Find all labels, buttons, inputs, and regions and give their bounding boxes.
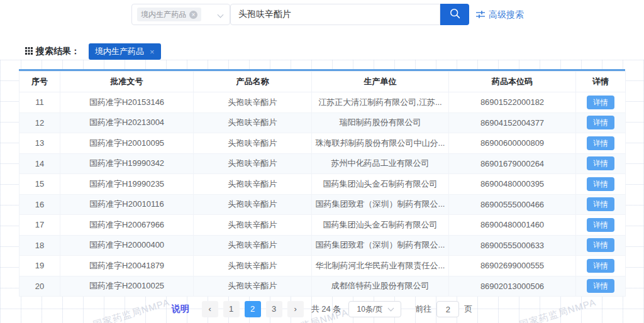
- cell-code: 86902013000506: [449, 276, 576, 297]
- detail-button[interactable]: 详情: [587, 96, 614, 109]
- detail-button[interactable]: 详情: [587, 238, 614, 252]
- detail-button[interactable]: 详情: [587, 197, 614, 211]
- page-size-select[interactable]: 10条/页: [348, 301, 401, 317]
- detail-button[interactable]: 详情: [587, 218, 614, 232]
- results-label: 搜索结果：: [36, 46, 80, 57]
- cell-manufacturer: 国药集团汕头金石制药有限公司: [312, 215, 449, 236]
- category-select[interactable]: 境内生产药品 ×: [131, 4, 230, 25]
- cell-code: 86900555000466: [449, 194, 576, 215]
- cell-code: 86902699000555: [449, 256, 576, 276]
- cell-code: 86900480000395: [449, 174, 576, 195]
- cell-manufacturer: 苏州中化药品工业有限公司: [312, 153, 449, 174]
- cell-manufacturer: 华北制药河北华民药业有限责任公...: [312, 256, 449, 276]
- cell-no: 13: [19, 133, 60, 154]
- cell-product: 头孢呋辛酯片: [194, 256, 312, 276]
- page-button-1[interactable]: 1: [223, 301, 240, 317]
- detail-button[interactable]: 详情: [587, 177, 614, 191]
- cell-manufacturer: 国药集团致君（深圳）制药有限公...: [312, 194, 449, 215]
- table-row: 17 国药准字H20067966 头孢呋辛酯片 国药集团汕头金石制药有限公司 8…: [19, 215, 626, 236]
- cell-approval: 国药准字H20041879: [60, 256, 194, 276]
- goto-page-input[interactable]: [436, 301, 459, 317]
- table-row: 16 国药准字H20010116 头孢呋辛酯片 国药集团致君（深圳）制药有限公.…: [19, 194, 626, 215]
- page-size-value: 10条/页: [357, 304, 383, 315]
- cell-no: 14: [19, 153, 60, 174]
- detail-button[interactable]: 详情: [587, 136, 614, 150]
- cell-approval: 国药准字H20010116: [60, 194, 194, 215]
- search-input[interactable]: [230, 4, 440, 25]
- cell-approval: 国药准字H20010025: [60, 276, 194, 297]
- category-tag-label: 境内生产药品: [141, 9, 186, 20]
- goto-label: 前往: [415, 304, 431, 315]
- results-table: 序号 批准文号 产品名称 生产单位 药品本位码 详情 11 国药准字H20153…: [19, 69, 625, 297]
- column-header-no: 序号: [19, 72, 60, 92]
- cell-manufacturer: 瑞阳制药股份有限公司: [312, 112, 449, 133]
- table-row: 15 国药准字H19990235 头孢呋辛酯片 国药集团汕头金石制药有限公司 8…: [19, 174, 626, 195]
- cell-manufacturer: 成都倍特药业股份有限公司: [312, 276, 449, 297]
- table-row: 14 国药准字H19990342 头孢呋辛酯片 苏州中化药品工业有限公司 869…: [19, 153, 626, 174]
- cell-product: 头孢呋辛酯片: [194, 133, 312, 154]
- table-row: 18 国药准字H20000400 头孢呋辛酯片 国药集团致君（深圳）制药有限公.…: [19, 235, 626, 256]
- next-page-button[interactable]: ›: [287, 301, 304, 317]
- table-row: 12 国药准字H20213004 头孢呋辛酯片 瑞阳制药股份有限公司 86904…: [19, 112, 626, 133]
- cell-approval: 国药准字H19990235: [60, 174, 194, 195]
- detail-button[interactable]: 详情: [587, 116, 614, 129]
- advanced-search-label: 高级搜索: [489, 9, 524, 21]
- cell-code: 86901679000264: [449, 153, 576, 174]
- detail-button[interactable]: 详情: [587, 259, 614, 273]
- detail-button[interactable]: 详情: [587, 279, 614, 293]
- cell-product: 头孢呋辛酯片: [194, 174, 312, 195]
- cell-approval: 国药准字H20000400: [60, 235, 194, 256]
- cell-no: 20: [19, 276, 60, 297]
- cell-code: 86900555000633: [449, 235, 576, 256]
- sliders-icon: [476, 10, 485, 21]
- close-icon[interactable]: ×: [150, 47, 155, 57]
- table-row: 13 国药准字H20010095 头孢呋辛酯片 珠海联邦制药股份有限公司中山分.…: [19, 133, 626, 154]
- advanced-search-link[interactable]: 高级搜索: [476, 9, 524, 21]
- table-row: 19 国药准字H20041879 头孢呋辛酯片 华北制药河北华民药业有限责任公.…: [19, 256, 626, 276]
- column-header-code: 药品本位码: [449, 72, 576, 92]
- cell-no: 17: [19, 215, 60, 236]
- column-header-approval: 批准文号: [60, 72, 194, 92]
- page-button-3[interactable]: 3: [266, 301, 282, 317]
- cell-manufacturer: 国药集团致君（深圳）制药有限公...: [312, 235, 449, 256]
- cell-code: 86901522000182: [449, 92, 576, 113]
- cell-approval: 国药准字H20067966: [60, 215, 194, 236]
- cell-code: 86900480001460: [449, 215, 576, 236]
- column-header-product: 产品名称: [194, 72, 312, 92]
- goto-unit-label: 页: [464, 304, 472, 315]
- pagination-bar: 说明 ‹ 1 2 3 › 共 24 条 10条/页 前往 页: [0, 300, 644, 318]
- table-row: 11 国药准字H20153146 头孢呋辛酯片 江苏正大清江制药有限公司,江苏.…: [19, 92, 626, 113]
- cell-manufacturer: 珠海联邦制药股份有限公司中山分...: [312, 133, 449, 154]
- cell-no: 18: [19, 235, 60, 256]
- result-filter-tag-label: 境内生产药品: [95, 46, 144, 57]
- detail-button[interactable]: 详情: [587, 156, 614, 170]
- search-icon: [449, 8, 461, 21]
- cell-approval: 国药准字H20213004: [60, 112, 194, 133]
- column-header-manufacturer: 生产单位: [312, 72, 449, 92]
- cell-product: 头孢呋辛酯片: [194, 276, 312, 297]
- category-tag: 境内生产药品 ×: [137, 8, 201, 21]
- cell-no: 19: [19, 256, 60, 276]
- page-button-2-active[interactable]: 2: [245, 301, 261, 317]
- cell-code: 86904152004377: [449, 112, 576, 133]
- cell-product: 头孢呋辛酯片: [194, 153, 312, 174]
- total-count-label: 共 24 条: [311, 304, 341, 315]
- cell-product: 头孢呋辛酯片: [194, 92, 312, 113]
- table-row: 20 国药准字H20010025 头孢呋辛酯片 成都倍特药业股份有限公司 869…: [19, 276, 626, 297]
- cell-manufacturer: 国药集团汕头金石制药有限公司: [312, 174, 449, 195]
- category-tag-close-icon[interactable]: ×: [189, 11, 197, 19]
- cell-code: 86900600000809: [449, 133, 576, 154]
- cell-manufacturer: 江苏正大清江制药有限公司,江苏...: [312, 92, 449, 113]
- result-filter-tag[interactable]: 境内生产药品 ×: [89, 43, 161, 60]
- search-button[interactable]: [440, 4, 469, 25]
- cell-no: 11: [19, 92, 60, 113]
- column-header-detail: 详情: [576, 72, 626, 92]
- cell-approval: 国药准字H20153146: [60, 92, 194, 113]
- cell-no: 15: [19, 174, 60, 195]
- cell-product: 头孢呋辛酯片: [194, 112, 312, 133]
- chevron-down-icon: [388, 305, 394, 312]
- cell-product: 头孢呋辛酯片: [194, 215, 312, 236]
- prev-page-button[interactable]: ‹: [202, 301, 218, 317]
- note-link[interactable]: 说明: [172, 304, 189, 315]
- cell-approval: 国药准字H19990342: [60, 153, 194, 174]
